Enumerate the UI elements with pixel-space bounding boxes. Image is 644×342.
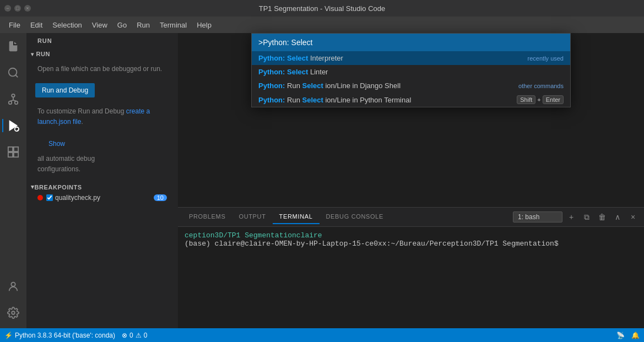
command-palette[interactable]: Python: Select Interpreter recently used… [251,33,571,107]
cp-item-interpreter-label: Python: Select Interpreter [258,54,528,62]
customize-text: To customize Run and Debug create alaunc… [26,102,178,132]
tab-terminal[interactable]: TERMINAL [273,210,320,224]
tab-debug-console[interactable]: DEBUG CONSOLE [320,210,391,224]
customize-line1: To customize Run and Debug [37,107,124,115]
terminal-body[interactable]: ception3D/TP1 Segmentationclaire (base) … [178,227,644,328]
terminal-area: PROBLEMS OUTPUT TERMINAL DEBUG CONSOLE 1… [178,207,644,328]
cp-item-linter-suffix: Linter [310,68,328,76]
command-palette-input-row [252,34,570,51]
menu-view[interactable]: View [88,19,112,31]
cp-item-django[interactable]: Python: Run Select ion/Line in Django Sh… [252,79,570,93]
menu-go[interactable]: Go [113,19,131,31]
keybind-shift: Shift [517,95,535,104]
keybind-enter: Enter [543,95,564,104]
cp-item-suffix: Interpreter [310,54,343,62]
close-button[interactable]: × [24,5,31,12]
run-debug-button[interactable]: Run and Debug [35,83,95,97]
terminal-close-button[interactable]: × [626,210,640,224]
menu-selection[interactable]: Selection [48,19,86,31]
cp-item-other-commands: other commands [518,83,564,89]
title-bar: − □ × TP1 Segmentation - Visual Studio C… [0,0,644,17]
cp-item-python-terminal[interactable]: Python: Run Select ion/Line in Python Te… [252,93,570,107]
cp-item-django-label: Python: Run Select ion/Line in Django Sh… [258,82,518,90]
breakpoint-item: qualitycheck.py 10 [26,193,178,203]
breakpoint-checkbox[interactable] [46,194,53,201]
tab-output[interactable]: OUTPUT [232,210,272,224]
extensions-activity-icon[interactable] [2,141,24,163]
status-bell-icon[interactable]: 🔔 [631,332,640,339]
cp-item-keybind: Shift + Enter [517,95,564,104]
terminal-split-button[interactable]: ⧉ [580,210,593,224]
status-python-version[interactable]: ⚡ Python 3.8.3 64-bit ('base': conda) [4,332,115,339]
svg-rect-13 [8,153,13,157]
editor-area: Python: Select Interpreter recently used… [178,33,644,328]
sidebar: Run ▾ RUN Open a file which can be debug… [26,33,178,328]
menu-run[interactable]: Run [132,19,154,31]
terminal-shell-selector[interactable]: 1: bash [513,211,562,222]
run-section-header[interactable]: ▾ RUN [26,48,178,59]
terminal-chevron-up[interactable]: ∧ [611,210,624,224]
show-debug-text: all automatic debugconfigurations. [37,155,95,173]
accounts-activity-icon[interactable] [2,275,24,297]
search-activity-icon[interactable] [2,62,24,84]
terminal-add-button[interactable]: + [565,210,578,224]
cp-item-recently-used: recently used [528,55,564,62]
status-python-icon: ⚡ [4,332,13,339]
cp-item-linter-label: Python: Select Linter [258,68,564,76]
command-palette-input[interactable] [252,34,570,51]
maximize-button[interactable]: □ [14,5,21,12]
menu-help[interactable]: Help [192,19,216,31]
cp-item-python-terminal-label: Python: Run Select ion/Line in Python Te… [258,96,517,104]
source-control-activity-icon[interactable] [2,88,24,110]
breakpoint-filename: qualitycheck.py [55,194,100,202]
terminal-line-2: (base) claire@claire-OMEN-by-HP-Laptop-1… [185,240,637,248]
activity-bar [0,33,26,328]
run-section-label: RUN [36,51,50,57]
status-error-count: 0 [129,332,133,339]
cp-item-prefix: Python: Select [258,54,308,62]
terminal-prompt: (base) claire@claire-OMEN-by-HP-Laptop-1… [185,240,559,248]
status-errors[interactable]: ⊗ 0 ⚠ 0 [122,332,147,339]
svg-line-6 [10,100,14,101]
cp-item-pt-suffix: ion/Line in Python Terminal [325,96,411,104]
show-debug-link[interactable]: Show [37,137,167,154]
svg-point-15 [11,283,15,286]
cp-item-django-suffix: ion/Line in Django Shell [325,82,401,90]
svg-point-3 [9,101,12,105]
status-remote-icon[interactable]: 📡 [616,332,625,339]
svg-point-4 [15,101,18,105]
svg-rect-11 [8,147,13,151]
terminal-trash-button[interactable]: 🗑 [596,210,609,224]
cp-item-django-highlight: Select [302,82,323,90]
menu-file[interactable]: File [4,19,25,31]
svg-point-16 [12,311,15,314]
settings-activity-icon[interactable] [2,302,24,324]
run-activity-icon[interactable] [2,115,24,137]
tab-problems[interactable]: PROBLEMS [182,210,232,224]
activity-bar-bottom [2,275,24,324]
cp-item-pt-prefix: Python: [258,96,285,104]
status-error-icon: ⊗ [122,332,127,339]
terminal-tabs: PROBLEMS OUTPUT TERMINAL DEBUG CONSOLE 1… [178,208,644,227]
breakpoint-count: 10 [154,194,167,201]
menu-edit[interactable]: Edit [26,19,47,31]
breakpoints-header[interactable]: ▾ BREAKPOINTS [26,181,178,193]
terminal-line-1: ception3D/TP1 Segmentationclaire [185,231,637,240]
svg-line-1 [15,75,18,77]
minimize-button[interactable]: − [4,5,11,12]
sidebar-header: Run [26,33,178,46]
terminal-green-text: ception3D/TP1 Segmentationclaire [185,231,322,240]
cp-item-linter[interactable]: Python: Select Linter [252,65,570,79]
svg-point-2 [12,94,15,97]
keybind-plus: + [537,96,540,103]
cp-item-interpreter[interactable]: Python: Select Interpreter recently used [252,51,570,65]
explorer-icon[interactable] [2,35,24,57]
run-section-chevron: ▾ [31,51,34,57]
svg-rect-14 [14,153,18,157]
status-bar: ⚡ Python 3.8.3 64-bit ('base': conda) ⊗ … [0,328,644,342]
cp-item-pt-run: Run [287,96,302,104]
svg-rect-12 [14,147,18,151]
menu-terminal[interactable]: Terminal [155,19,191,31]
open-file-text2: run. [151,65,163,73]
breakpoint-dot [37,195,43,200]
